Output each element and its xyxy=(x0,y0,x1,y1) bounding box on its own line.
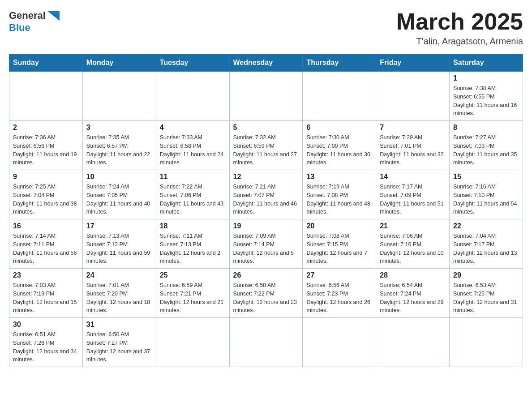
calendar-cell: 23Sunrise: 7:03 AMSunset: 7:19 PMDayligh… xyxy=(9,269,83,318)
day-number: 8 xyxy=(453,124,519,132)
day-number: 7 xyxy=(380,124,446,132)
day-number: 29 xyxy=(453,271,519,279)
calendar-cell: 27Sunrise: 6:56 AMSunset: 7:23 PMDayligh… xyxy=(303,269,376,318)
calendar-week-row: 23Sunrise: 7:03 AMSunset: 7:19 PMDayligh… xyxy=(9,269,523,318)
day-number: 21 xyxy=(380,222,446,230)
day-number: 17 xyxy=(86,222,152,230)
day-number: 26 xyxy=(233,271,299,279)
calendar-cell xyxy=(376,72,450,121)
calendar-table: SundayMondayTuesdayWednesdayThursdayFrid… xyxy=(9,54,523,367)
day-sun-info: Sunrise: 7:24 AMSunset: 7:05 PMDaylight:… xyxy=(86,183,152,216)
calendar-cell: 1Sunrise: 7:38 AMSunset: 6:55 PMDaylight… xyxy=(450,72,523,121)
calendar-cell: 31Sunrise: 6:50 AMSunset: 7:27 PMDayligh… xyxy=(82,318,156,367)
weekday-header-friday: Friday xyxy=(376,54,450,72)
day-number: 19 xyxy=(233,222,299,230)
day-number: 14 xyxy=(380,173,446,181)
logo-text-general: General xyxy=(9,10,46,21)
weekday-header-saturday: Saturday xyxy=(450,54,523,72)
day-number: 27 xyxy=(306,271,372,279)
logo-text-blue: Blue xyxy=(9,22,30,33)
day-sun-info: Sunrise: 7:25 AMSunset: 7:04 PMDaylight:… xyxy=(13,183,79,216)
calendar-cell: 4Sunrise: 7:33 AMSunset: 6:58 PMDaylight… xyxy=(156,121,229,170)
calendar-week-row: 2Sunrise: 7:36 AMSunset: 6:56 PMDaylight… xyxy=(9,121,523,170)
calendar-body: 1Sunrise: 7:38 AMSunset: 6:55 PMDaylight… xyxy=(9,72,523,367)
calendar-cell: 17Sunrise: 7:13 AMSunset: 7:12 PMDayligh… xyxy=(82,219,156,269)
day-sun-info: Sunrise: 6:58 AMSunset: 7:22 PMDaylight:… xyxy=(233,281,299,315)
day-sun-info: Sunrise: 7:21 AMSunset: 7:07 PMDaylight:… xyxy=(233,183,299,216)
calendar-week-row: 1Sunrise: 7:38 AMSunset: 6:55 PMDaylight… xyxy=(9,72,523,121)
calendar-cell: 14Sunrise: 7:17 AMSunset: 7:09 PMDayligh… xyxy=(376,170,450,219)
calendar-cell: 13Sunrise: 7:19 AMSunset: 7:08 PMDayligh… xyxy=(303,170,376,219)
calendar-cell xyxy=(450,318,523,367)
day-number: 3 xyxy=(86,124,152,132)
calendar-cell: 29Sunrise: 6:53 AMSunset: 7:25 PMDayligh… xyxy=(450,269,523,318)
day-sun-info: Sunrise: 7:19 AMSunset: 7:08 PMDaylight:… xyxy=(306,183,372,216)
calendar-cell: 7Sunrise: 7:29 AMSunset: 7:01 PMDaylight… xyxy=(376,121,450,170)
calendar-cell: 24Sunrise: 7:01 AMSunset: 7:20 PMDayligh… xyxy=(82,269,156,318)
day-number: 15 xyxy=(453,173,519,181)
calendar-cell xyxy=(303,72,376,121)
calendar-cell: 19Sunrise: 7:09 AMSunset: 7:14 PMDayligh… xyxy=(229,219,303,269)
day-number: 18 xyxy=(160,222,226,230)
day-sun-info: Sunrise: 7:01 AMSunset: 7:20 PMDaylight:… xyxy=(86,281,152,315)
day-sun-info: Sunrise: 6:54 AMSunset: 7:24 PMDaylight:… xyxy=(380,281,446,315)
day-sun-info: Sunrise: 7:13 AMSunset: 7:12 PMDaylight:… xyxy=(86,232,152,265)
weekday-header-wednesday: Wednesday xyxy=(229,54,303,72)
day-sun-info: Sunrise: 6:59 AMSunset: 7:21 PMDaylight:… xyxy=(160,281,226,315)
day-number: 10 xyxy=(86,173,152,181)
logo-triangle-icon xyxy=(47,11,60,21)
calendar-cell: 21Sunrise: 7:06 AMSunset: 7:16 PMDayligh… xyxy=(376,219,450,269)
day-sun-info: Sunrise: 7:17 AMSunset: 7:09 PMDaylight:… xyxy=(380,183,446,216)
calendar-cell: 26Sunrise: 6:58 AMSunset: 7:22 PMDayligh… xyxy=(229,269,303,318)
calendar-cell xyxy=(229,318,303,367)
day-number: 23 xyxy=(13,271,79,279)
calendar-cell: 30Sunrise: 6:51 AMSunset: 7:26 PMDayligh… xyxy=(9,318,83,367)
day-sun-info: Sunrise: 7:08 AMSunset: 7:15 PMDaylight:… xyxy=(306,232,372,265)
weekday-header-row: SundayMondayTuesdayWednesdayThursdayFrid… xyxy=(9,54,523,72)
day-number: 1 xyxy=(453,74,519,82)
day-number: 22 xyxy=(453,222,519,230)
calendar-cell: 2Sunrise: 7:36 AMSunset: 6:56 PMDaylight… xyxy=(9,121,83,170)
calendar-cell xyxy=(156,318,229,367)
calendar-cell: 10Sunrise: 7:24 AMSunset: 7:05 PMDayligh… xyxy=(82,170,156,219)
month-title: March 2025 xyxy=(396,9,523,34)
day-sun-info: Sunrise: 7:16 AMSunset: 7:10 PMDaylight:… xyxy=(453,183,519,216)
day-sun-info: Sunrise: 7:33 AMSunset: 6:58 PMDaylight:… xyxy=(160,133,226,167)
day-sun-info: Sunrise: 7:36 AMSunset: 6:56 PMDaylight:… xyxy=(13,133,79,167)
day-number: 2 xyxy=(13,124,79,132)
day-sun-info: Sunrise: 7:38 AMSunset: 6:55 PMDaylight:… xyxy=(453,84,519,118)
calendar-week-row: 30Sunrise: 6:51 AMSunset: 7:26 PMDayligh… xyxy=(9,318,523,367)
day-sun-info: Sunrise: 7:09 AMSunset: 7:14 PMDaylight:… xyxy=(233,232,299,265)
calendar-cell xyxy=(303,318,376,367)
calendar-cell xyxy=(156,72,229,121)
day-number: 28 xyxy=(380,271,446,279)
day-number: 25 xyxy=(160,271,226,279)
calendar-cell: 22Sunrise: 7:04 AMSunset: 7:17 PMDayligh… xyxy=(450,219,523,269)
day-number: 11 xyxy=(160,173,226,181)
weekday-header-thursday: Thursday xyxy=(303,54,376,72)
day-number: 4 xyxy=(160,124,226,132)
day-sun-info: Sunrise: 7:14 AMSunset: 7:11 PMDaylight:… xyxy=(13,232,79,265)
day-sun-info: Sunrise: 7:35 AMSunset: 6:57 PMDaylight:… xyxy=(86,133,152,167)
calendar-cell xyxy=(9,72,83,121)
day-number: 16 xyxy=(13,222,79,230)
day-sun-info: Sunrise: 7:22 AMSunset: 7:06 PMDaylight:… xyxy=(160,183,226,216)
location-subtitle: T'alin, Aragatsotn, Armenia xyxy=(396,36,523,47)
weekday-header-tuesday: Tuesday xyxy=(156,54,229,72)
calendar-cell xyxy=(229,72,303,121)
day-number: 13 xyxy=(306,173,372,181)
day-number: 20 xyxy=(306,222,372,230)
day-sun-info: Sunrise: 7:03 AMSunset: 7:19 PMDaylight:… xyxy=(13,281,79,315)
weekday-header-monday: Monday xyxy=(82,54,156,72)
day-number: 30 xyxy=(13,321,79,329)
day-number: 24 xyxy=(86,271,152,279)
svg-marker-0 xyxy=(47,11,60,21)
calendar-week-row: 16Sunrise: 7:14 AMSunset: 7:11 PMDayligh… xyxy=(9,219,523,269)
calendar-header: SundayMondayTuesdayWednesdayThursdayFrid… xyxy=(9,54,523,72)
day-sun-info: Sunrise: 6:53 AMSunset: 7:25 PMDaylight:… xyxy=(453,281,519,315)
calendar-cell xyxy=(82,72,156,121)
calendar-cell: 12Sunrise: 7:21 AMSunset: 7:07 PMDayligh… xyxy=(229,170,303,219)
calendar-week-row: 9Sunrise: 7:25 AMSunset: 7:04 PMDaylight… xyxy=(9,170,523,219)
calendar-cell xyxy=(376,318,450,367)
day-number: 6 xyxy=(306,124,372,132)
